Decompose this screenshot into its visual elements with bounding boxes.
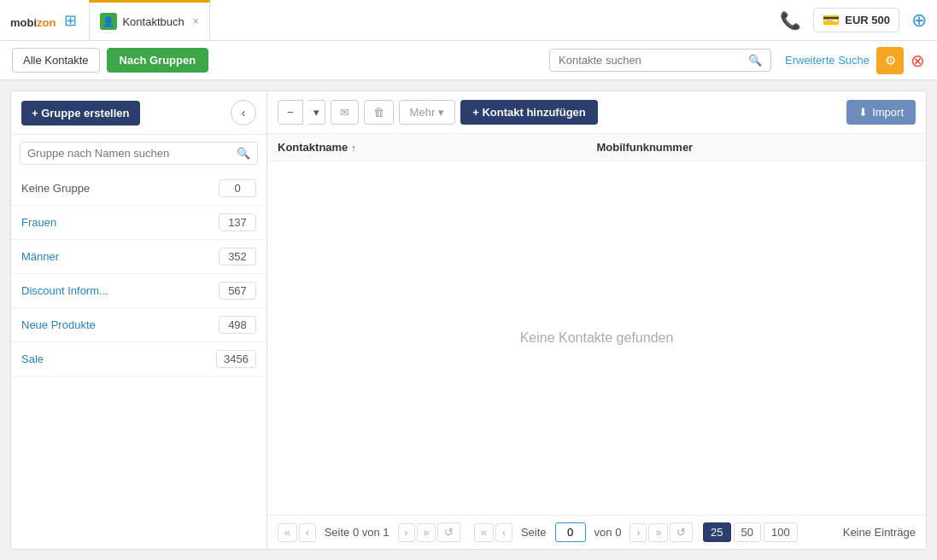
page-nav-left: « ‹ Seite 0 von 1 › » ↺ [278, 522, 460, 542]
contact-search-box: 🔍 [549, 49, 771, 72]
right-prev-page-button[interactable]: ‹ [495, 523, 512, 542]
bottom-bar: « ‹ Seite 0 von 1 › » ↺ « ‹ Seite von 0 … [267, 515, 926, 549]
page-of: von 0 [594, 526, 622, 539]
close-x-button[interactable]: ⊗ [911, 50, 925, 71]
group-list-item[interactable]: Sale 3456 [11, 342, 266, 376]
tab-close-button[interactable]: × [193, 15, 199, 27]
topbar: mobizon ⊞ 👤 Kontaktbuch × 📞 💳 EUR 500 ⊕ [0, 0, 937, 41]
advanced-search-button[interactable]: Erweiterte Suche [785, 54, 870, 67]
contact-search-input[interactable] [559, 54, 743, 67]
right-last-page-button[interactable]: » [648, 523, 668, 542]
import-label: Import [872, 106, 904, 119]
sort-arrow-icon: ↑ [351, 143, 356, 153]
group-name: Neue Produkte [21, 318, 219, 331]
add-contact-button[interactable]: + Kontakt hinzufügen [460, 100, 598, 125]
table-header: Kontaktname ↑ Mobilfunknummer [267, 134, 926, 161]
prev-page-button[interactable]: ‹ [299, 523, 316, 542]
group-count: 0 [219, 179, 256, 197]
page-info-text: Seite 0 von 1 [325, 526, 389, 539]
dropdown-arrow-button[interactable]: ▾ [308, 100, 325, 125]
right-refresh-button[interactable]: ↺ [670, 522, 693, 542]
group-list-item[interactable]: Männer 352 [11, 240, 266, 274]
trash-button[interactable]: 🗑 [364, 100, 394, 125]
email-button[interactable]: ✉ [331, 100, 359, 125]
topbar-right: 📞 💳 EUR 500 ⊕ [780, 8, 927, 32]
last-page-button[interactable]: » [417, 523, 436, 542]
group-count: 3456 [216, 350, 256, 368]
card-icon: 💳 [823, 12, 840, 28]
create-group-button[interactable]: + Gruppe erstellen [21, 101, 140, 125]
per-page-button[interactable]: 25 [703, 522, 730, 542]
group-count: 352 [219, 248, 256, 265]
balance-display: 💳 EUR 500 [813, 8, 899, 32]
group-list: Keine Gruppe 0 Frauen 137 Männer 352 Dis… [11, 172, 266, 549]
tab-contact-icon: 👤 [100, 13, 117, 30]
by-groups-button[interactable]: Nach Gruppen [107, 48, 209, 73]
mehr-arrow: ▾ [438, 106, 444, 119]
content-toolbar: − ▾ ✉ 🗑 Mehr ▾ + Kontakt hinzufügen ⬇ Im… [267, 91, 926, 134]
group-list-item[interactable]: Neue Produkte 498 [11, 308, 266, 342]
all-contacts-button[interactable]: Alle Kontakte [12, 48, 100, 73]
mehr-button[interactable]: Mehr ▾ [399, 100, 456, 125]
mehr-label: Mehr [410, 106, 436, 119]
right-next-page-button[interactable]: › [630, 523, 647, 542]
app-logo: mobizon [10, 9, 56, 32]
group-name: Keine Gruppe [21, 182, 219, 195]
tab-label: Kontaktbuch [122, 15, 184, 28]
group-search-box: 🔍 [20, 142, 258, 165]
no-entries-text: Keine Einträge [843, 526, 916, 539]
page-nav-right: « ‹ Seite von 0 › » ↺ [474, 522, 693, 542]
grid-icon[interactable]: ⊞ [64, 11, 77, 30]
main-wrapper: + Gruppe erstellen ‹ 🔍 Keine Gruppe 0 Fr… [10, 90, 927, 550]
sidebar: + Gruppe erstellen ‹ 🔍 Keine Gruppe 0 Fr… [11, 91, 267, 549]
phone-icon[interactable]: 📞 [780, 10, 801, 31]
group-count: 137 [219, 213, 256, 231]
search-icon: 🔍 [748, 54, 762, 67]
back-circle-button[interactable]: ‹ [231, 100, 256, 125]
group-list-item[interactable]: Keine Gruppe 0 [11, 172, 266, 206]
col-name-header[interactable]: Kontaktname ↑ [278, 141, 597, 154]
group-count: 498 [219, 316, 256, 334]
import-icon: ⬇ [858, 106, 868, 119]
page-label: Seite [521, 526, 547, 539]
right-first-page-button[interactable]: « [474, 523, 494, 542]
refresh-button[interactable]: ↺ [437, 522, 460, 542]
group-count: 567 [219, 282, 256, 300]
per-page-button[interactable]: 50 [734, 522, 761, 542]
group-name: Sale [21, 353, 216, 365]
kontaktbuch-tab[interactable]: 👤 Kontaktbuch × [89, 0, 209, 40]
group-name: Frauen [21, 216, 219, 229]
group-list-item[interactable]: Frauen 137 [11, 206, 266, 240]
group-search-input[interactable] [27, 147, 231, 160]
per-page-buttons: 2550100 [703, 522, 798, 542]
group-name: Discount Inform... [21, 284, 219, 297]
group-search-icon: 🔍 [237, 147, 250, 160]
balance-text: EUR 500 [845, 14, 890, 26]
gear-button[interactable]: ⚙ [876, 47, 904, 74]
empty-state: Keine Kontakte gefunden [267, 161, 926, 515]
remove-button[interactable]: − [278, 100, 303, 125]
per-page-button[interactable]: 100 [764, 522, 798, 542]
col-mobile-header: Mobilfunknummer [597, 141, 917, 154]
content-area: − ▾ ✉ 🗑 Mehr ▾ + Kontakt hinzufügen ⬇ Im… [267, 91, 926, 549]
import-button[interactable]: ⬇ Import [846, 100, 916, 125]
add-icon[interactable]: ⊕ [911, 9, 927, 32]
group-name: Männer [21, 250, 219, 263]
sidebar-header: + Gruppe erstellen ‹ [11, 91, 266, 135]
group-list-item[interactable]: Discount Inform... 567 [11, 274, 266, 308]
page-input[interactable] [555, 522, 586, 542]
secondbar: Alle Kontakte Nach Gruppen 🔍 Erweiterte … [0, 41, 937, 80]
next-page-button[interactable]: › [398, 523, 415, 542]
first-page-button[interactable]: « [278, 523, 297, 542]
